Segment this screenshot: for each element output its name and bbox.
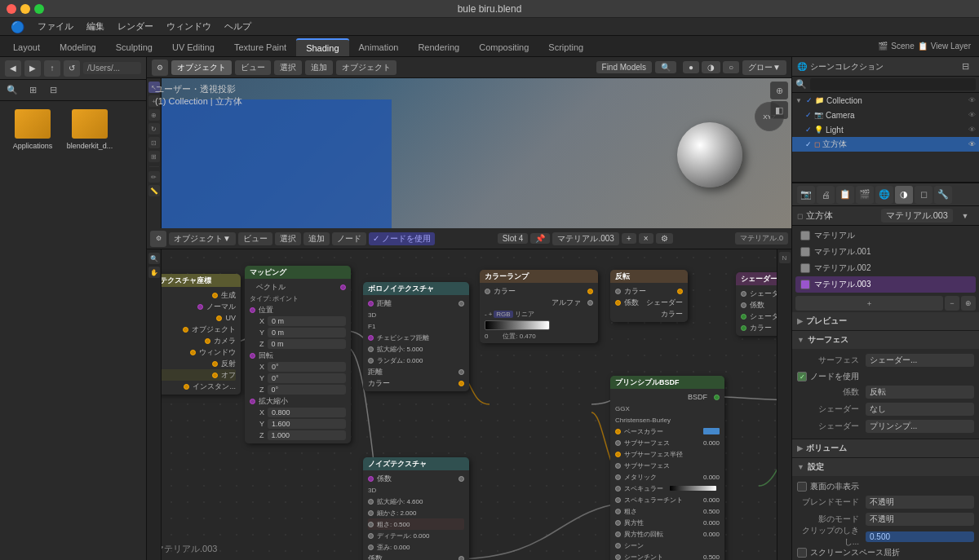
color-ramp-bar[interactable] xyxy=(485,320,550,330)
tab-uv-editing[interactable]: UV Editing xyxy=(162,38,224,56)
nav-back-button[interactable]: ◀ xyxy=(5,60,21,77)
viewport-mode-icon[interactable]: ⚙ xyxy=(152,60,168,76)
nav-refresh-button[interactable]: ↺ xyxy=(64,60,80,77)
world-props-tab[interactable]: 🌐 xyxy=(875,186,893,204)
slot-dropdown[interactable]: Slot 4 xyxy=(498,233,529,244)
backface-row[interactable]: 裏面の非表示 xyxy=(797,479,974,494)
render-props-tab[interactable]: 📷 xyxy=(797,186,815,204)
viewport-shading-solid[interactable]: ● xyxy=(683,61,699,73)
volume-section-header[interactable]: ▶ ボリューム xyxy=(792,439,979,457)
blender-menu-icon[interactable]: 🔵 xyxy=(5,19,30,35)
viewport-object-btn[interactable]: オブジェクト xyxy=(336,60,396,75)
maximize-button[interactable] xyxy=(34,4,44,14)
clip-value[interactable]: 0.500 xyxy=(866,531,974,542)
use-nodes-toggle[interactable]: ✓ ノードを使用 xyxy=(369,232,435,245)
coord-value[interactable]: 0° xyxy=(268,385,347,395)
material-item-1[interactable]: マテリアル.001 xyxy=(795,244,976,260)
material-props-tab[interactable]: ◑ xyxy=(895,186,913,204)
menu-file[interactable]: ファイル xyxy=(32,19,79,34)
search-icon-btn[interactable]: 🔍 xyxy=(655,61,676,73)
nodes-toggle-row[interactable]: ✓ ノードを使用 xyxy=(797,369,974,384)
node-canvas[interactable]: テクスチャ座標 生成 ノーマル UV オブジェクト カメラ ウィンドウ 反射 オ… xyxy=(147,249,791,560)
coord-value[interactable]: 0° xyxy=(268,362,346,372)
new-material-btn[interactable]: ＋ xyxy=(795,296,943,311)
node-add-btn[interactable]: 追加 xyxy=(303,232,330,245)
add-material-btn[interactable]: + xyxy=(622,233,636,244)
material-item-0[interactable]: マテリアル xyxy=(795,227,976,244)
copy-material-btn[interactable]: ⊕ xyxy=(961,296,976,311)
node-node-btn[interactable]: ノード xyxy=(332,232,366,245)
node-editor-icon[interactable]: ⚙ xyxy=(150,231,166,247)
visibility-icon[interactable]: 👁 xyxy=(968,96,976,104)
blend-mode-value[interactable]: 不透明 xyxy=(866,496,974,509)
viewport-view-btn[interactable]: ビュー xyxy=(235,60,271,75)
outliner-search-input[interactable] xyxy=(810,78,976,90)
node-noise-texture[interactable]: ノイズテクスチャ 係数 3D 拡大縮小: 4.600 細かさ: 2.000 粗さ… xyxy=(363,457,469,560)
scale-tool[interactable]: ⊡ xyxy=(148,137,160,148)
node-texture-coordinate[interactable]: テクスチャ座標 生成 ノーマル UV オブジェクト カメラ ウィンドウ 反射 オ… xyxy=(155,274,241,395)
outliner-item-cube[interactable]: ✓ ◻ 立方体 👁 xyxy=(792,137,979,152)
remove-material-btn[interactable]: − xyxy=(945,296,959,311)
node-view-btn[interactable]: ビュー xyxy=(238,232,272,245)
surface-section-header[interactable]: ▼ サーフェス xyxy=(792,331,979,349)
outliner-filter-btn[interactable]: ⊟ xyxy=(956,59,974,75)
tab-shading[interactable]: Shading xyxy=(296,38,348,56)
list-item[interactable]: Applications xyxy=(8,109,57,150)
minimize-button[interactable] xyxy=(20,4,30,14)
material-item-3[interactable]: マテリアル.003 xyxy=(795,276,976,293)
settings-section-header[interactable]: ▼ 設定 xyxy=(792,458,979,476)
node-invert[interactable]: 反転 カラー 係数シェーダー カラー xyxy=(610,270,688,322)
pin-icon[interactable]: 📌 xyxy=(530,233,550,244)
outliner-item-light[interactable]: ✓ 💡 Light 👁 xyxy=(792,122,979,137)
material-props-btn[interactable]: ⚙ xyxy=(656,233,673,244)
tab-animation[interactable]: Animation xyxy=(349,38,409,56)
screen-refraction-row[interactable]: スクリーンスペース屈折 xyxy=(797,545,974,560)
coord-value[interactable]: 0° xyxy=(268,373,346,383)
nodes-checkbox[interactable]: ✓ xyxy=(797,372,807,381)
coord-value[interactable]: 0 m xyxy=(268,328,346,337)
transform-tool[interactable]: ⊞ xyxy=(148,151,160,162)
rotate-tool[interactable]: ↻ xyxy=(148,123,160,134)
material-item-2[interactable]: マテリアル.002 xyxy=(795,260,976,276)
outliner-item-camera[interactable]: ✓ 📷 Camera 👁 xyxy=(792,108,979,122)
tab-compositing[interactable]: Compositing xyxy=(469,38,538,56)
screen-refraction-checkbox[interactable] xyxy=(797,548,807,558)
modifier-props-tab[interactable]: 🔧 xyxy=(934,186,952,204)
close-button[interactable] xyxy=(7,4,16,14)
node-principled-bsdf[interactable]: プリンシプルBSDF BSDF GGX Christensen-Burley ベ… xyxy=(610,376,724,560)
viewport-add-btn[interactable]: 追加 xyxy=(305,60,333,75)
preview-section-header[interactable]: ▶ プレビュー xyxy=(792,312,979,330)
shader2-value[interactable]: プリンシプ... xyxy=(866,420,974,433)
menu-window[interactable]: ウィンドウ xyxy=(161,19,217,34)
node-mapping[interactable]: マッピング ベクトル タイプ: ポイント 位置 X0 m Y0 m Z0 m 回… xyxy=(245,266,351,443)
search-button[interactable]: 🔍 xyxy=(3,82,21,99)
nav-parent-button[interactable]: ↑ xyxy=(44,60,60,77)
viewport-shading-rendered[interactable]: ○ xyxy=(723,61,739,73)
shader1-value[interactable]: なし xyxy=(866,403,974,416)
viewport-select-btn[interactable]: 選択 xyxy=(274,60,302,75)
visibility-icon[interactable]: 👁 xyxy=(968,126,976,134)
object-props-tab[interactable]: ◻ xyxy=(915,186,932,204)
coord-value[interactable]: 1.000 xyxy=(268,430,347,440)
outliner-item-collection[interactable]: ▼ ✓ 📁 Collection 👁 xyxy=(792,93,979,108)
visibility-icon[interactable]: 👁 xyxy=(968,111,976,119)
tab-texture-paint[interactable]: Texture Paint xyxy=(224,38,296,56)
glow-btn[interactable]: グロー▼ xyxy=(742,60,786,75)
coord-value[interactable]: 1.600 xyxy=(268,419,346,429)
properties-toggle[interactable]: N xyxy=(779,252,791,263)
node-select-btn[interactable]: 選択 xyxy=(275,232,301,245)
param-value[interactable]: 反転 xyxy=(866,386,974,399)
visibility-icon[interactable]: 👁 xyxy=(968,140,976,148)
filter-button[interactable]: ⊟ xyxy=(44,82,62,99)
display-grid-button[interactable]: ⊞ xyxy=(24,82,42,99)
zoom-in-tool[interactable]: 🔍 xyxy=(148,253,160,264)
viewport-shading-material[interactable]: ◑ xyxy=(702,61,720,73)
shader-value[interactable]: シェーダー... xyxy=(866,354,974,367)
tab-modeling[interactable]: Modeling xyxy=(50,38,106,56)
backface-checkbox[interactable] xyxy=(797,482,807,492)
close-material-btn[interactable]: × xyxy=(639,233,653,244)
find-models-btn[interactable]: Find Models xyxy=(596,61,652,73)
nav-forward-button[interactable]: ▶ xyxy=(24,60,41,77)
node-object-mode-btn[interactable]: オブジェクト▼ xyxy=(169,232,236,245)
view-layer-props-tab[interactable]: 📋 xyxy=(836,186,854,204)
